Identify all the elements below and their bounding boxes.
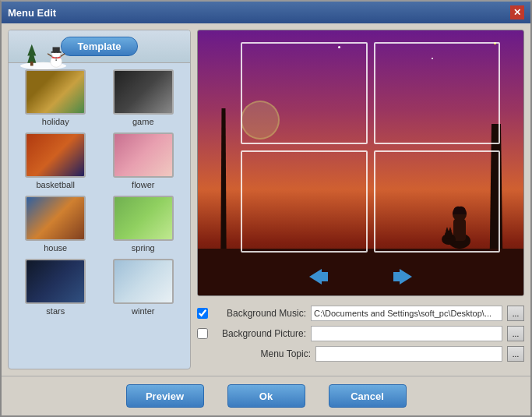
- dialog-title: Menu Edit: [8, 7, 56, 19]
- settings-panel: Background Music: ... Background Picture…: [197, 302, 524, 369]
- template-thumb-spring: [113, 196, 174, 241]
- svg-point-11: [55, 59, 57, 61]
- template-thumb-winter: [113, 259, 174, 304]
- svg-marker-21: [309, 269, 322, 284]
- template-thumb-holiday: [25, 69, 86, 115]
- frame-cell-4: [374, 150, 501, 253]
- svg-point-9: [57, 51, 58, 53]
- svg-line-12: [48, 54, 52, 57]
- background-music-row: Background Music: ...: [197, 306, 524, 321]
- background-music-checkbox[interactable]: [197, 308, 208, 319]
- template-btn-container: Template: [9, 30, 190, 63]
- template-thumb-game: [113, 69, 174, 115]
- template-label-winter: winter: [132, 306, 154, 316]
- background-picture-checkbox[interactable]: [197, 328, 208, 339]
- template-thumb-house: [25, 196, 86, 241]
- template-label-stars: stars: [46, 306, 65, 316]
- template-label-game: game: [132, 117, 154, 126]
- left-panel: Template holidaygamebasketballflowerhous…: [8, 30, 191, 369]
- background-picture-row: Background Picture: ...: [197, 326, 524, 341]
- frame-cell-2: [374, 42, 501, 144]
- menu-topic-row: Menu Topic: ...: [197, 346, 524, 362]
- template-item-basketball[interactable]: basketball: [15, 133, 97, 189]
- svg-marker-2: [27, 44, 36, 56]
- background-music-label: Background Music:: [213, 308, 306, 319]
- background-music-browse[interactable]: ...: [507, 306, 524, 321]
- frame-cell-1: [241, 42, 368, 144]
- background-music-input[interactable]: [311, 306, 502, 321]
- dialog-footer: Preview Ok Cancel: [2, 376, 530, 415]
- menu-edit-dialog: Menu Edit ✕: [0, 0, 532, 417]
- svg-point-18: [445, 231, 453, 239]
- nav-arrows: [198, 267, 523, 286]
- background-picture-label: Background Picture:: [213, 328, 306, 339]
- template-list-container: holidaygamebasketballflowerhousespringst…: [9, 63, 190, 369]
- svg-rect-24: [393, 272, 400, 281]
- svg-marker-20: [449, 227, 452, 231]
- template-label-holiday: holiday: [42, 117, 69, 126]
- preview-button[interactable]: Preview: [126, 384, 204, 408]
- template-item-game[interactable]: game: [103, 69, 185, 126]
- template-item-stars[interactable]: stars: [15, 259, 97, 316]
- template-list: holidaygamebasketballflowerhousespringst…: [9, 63, 190, 369]
- svg-rect-22: [322, 272, 328, 281]
- template-label-flower: flower: [132, 180, 154, 189]
- template-thumb-stars: [25, 259, 86, 304]
- menu-topic-browse[interactable]: ...: [507, 346, 524, 362]
- character-silhouette: [438, 196, 477, 250]
- template-item-winter[interactable]: winter: [103, 259, 185, 316]
- svg-line-13: [61, 54, 65, 57]
- menu-topic-label: Menu Topic:: [217, 348, 311, 359]
- template-label-house: house: [44, 243, 67, 253]
- nav-arrow-left[interactable]: [306, 267, 329, 286]
- close-button[interactable]: ✕: [510, 5, 524, 19]
- svg-point-8: [54, 51, 55, 53]
- cancel-button[interactable]: Cancel: [329, 384, 407, 408]
- template-label-spring: spring: [132, 243, 155, 253]
- dialog-body: Template holidaygamebasketballflowerhous…: [2, 23, 530, 376]
- background-picture-browse[interactable]: ...: [507, 326, 524, 341]
- svg-rect-6: [53, 47, 60, 51]
- svg-marker-23: [400, 269, 412, 284]
- nav-arrow-right[interactable]: [392, 267, 415, 286]
- template-item-holiday[interactable]: holiday: [15, 69, 97, 126]
- template-thumb-basketball: [25, 133, 86, 178]
- svg-marker-19: [446, 227, 449, 231]
- template-thumb-flower: [113, 133, 174, 178]
- preview-area: [197, 30, 524, 296]
- svg-point-10: [55, 57, 57, 58]
- ok-button[interactable]: Ok: [227, 384, 305, 408]
- template-label-basketball: basketball: [36, 180, 75, 189]
- frame-cell-3: [241, 150, 368, 253]
- menu-topic-input[interactable]: [315, 346, 502, 362]
- background-picture-input[interactable]: [311, 326, 502, 341]
- template-item-spring[interactable]: spring: [103, 196, 185, 253]
- svg-rect-7: [51, 51, 62, 53]
- right-panel: Background Music: ... Background Picture…: [197, 30, 524, 369]
- template-item-house[interactable]: house: [15, 196, 97, 253]
- title-bar: Menu Edit ✕: [2, 2, 530, 23]
- template-item-flower[interactable]: flower: [103, 133, 185, 189]
- template-button[interactable]: Template: [61, 37, 137, 56]
